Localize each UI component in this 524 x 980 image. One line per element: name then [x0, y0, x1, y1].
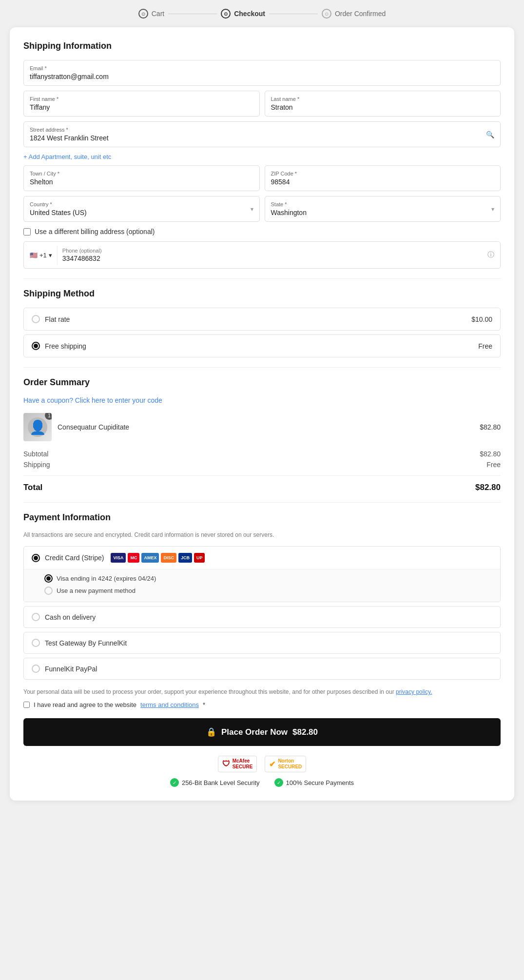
step-order-confirmed: ⊙ Order Confirmed [322, 9, 386, 19]
zip-field[interactable]: ZIP Code * 98584 [265, 165, 501, 191]
cash-radio[interactable] [32, 613, 40, 621]
payment-option-paypal[interactable]: FunnelKit PayPal [23, 658, 501, 680]
divider-3 [23, 502, 501, 503]
coupon-link[interactable]: Have a coupon? Click here to enter your … [23, 396, 501, 404]
first-name-label: First name * [30, 96, 253, 102]
order-item-0-left: 1 Consequatur Cupiditate [23, 413, 129, 441]
last-name-value: Straton [271, 103, 495, 111]
divider-2 [23, 367, 501, 368]
phone-field[interactable]: 🇺🇸 +1 ▾ Phone (optional) 3347486832 ⓘ [23, 241, 501, 269]
visa-4242-label: Visa ending in 4242 (expires 04/24) [57, 575, 156, 582]
flat-rate-price: $10.00 [471, 315, 492, 323]
discover-icon: DISC [161, 553, 176, 563]
shipping-option-flat-left: Flat rate [32, 315, 70, 323]
country-value: United States (US) [30, 209, 253, 216]
security-features: ✓ 256-Bit Bank Level Security ✓ 100% Sec… [170, 778, 354, 787]
billing-checkbox[interactable] [23, 228, 31, 235]
street-field[interactable]: Street address * 1824 West Franklin Stre… [23, 121, 501, 147]
free-shipping-label: Free shipping [45, 342, 86, 350]
terms-link[interactable]: terms and conditions [140, 701, 199, 708]
subtotal-value: $82.80 [480, 450, 501, 458]
privacy-link[interactable]: privacy policy. [396, 688, 432, 695]
new-payment-label: Use a new payment method [57, 587, 136, 594]
free-shipping-price: Free [478, 342, 492, 350]
step-cart-label: Cart [152, 10, 164, 18]
shipping-option-free[interactable]: Free shipping Free [23, 334, 501, 357]
phone-value: Phone (optional) 3347486832 [62, 242, 487, 268]
flat-rate-radio[interactable] [32, 315, 40, 323]
total-line: Total $82.80 [23, 475, 501, 492]
check-icon-1: ✓ [170, 778, 179, 787]
test-gateway-label: Test Gateway By FunnelKit [45, 639, 127, 647]
phone-code: +1 [39, 252, 47, 259]
place-order-label: Place Order Now [221, 727, 288, 737]
town-field[interactable]: Town / City * Shelton [23, 165, 260, 191]
phone-help-icon[interactable]: ⓘ [487, 251, 494, 259]
last-name-field[interactable]: Last name * Straton [265, 91, 501, 117]
divider-1 [23, 278, 501, 279]
item-name: Consequatur Cupiditate [58, 423, 129, 431]
town-value: Shelton [30, 178, 253, 186]
terms-suffix: * [203, 701, 205, 708]
email-field[interactable]: Email * tiffanystratton@gmail.com [23, 60, 501, 86]
credit-card-header: Credit Card (Stripe) VISA MC AMEX DISC J… [24, 547, 500, 569]
subtotal-line: Subtotal $82.80 [23, 450, 501, 458]
shipping-cost-label: Shipping [23, 461, 50, 469]
subtotal-label: Subtotal [23, 450, 48, 458]
test-gateway-header: Test Gateway By FunnelKit [24, 632, 500, 653]
terms-checkbox[interactable] [23, 702, 30, 708]
credit-card-radio[interactable] [32, 554, 40, 562]
sub-option-new-payment[interactable]: Use a new payment method [44, 587, 492, 595]
mcafee-icon: 🛡 [222, 760, 230, 768]
free-shipping-radio[interactable] [32, 342, 40, 350]
security-feature-1: ✓ 256-Bit Bank Level Security [170, 778, 260, 787]
order-summary-section: Order Summary Have a coupon? Click here … [23, 377, 501, 492]
mcafee-label: McAfeeSECURE [233, 758, 253, 770]
norton-badge: ✔ NortonSECURED [265, 756, 306, 772]
visa-icon: VISA [111, 553, 126, 563]
country-state-row: Country * United States (US) ▾ State * W… [23, 196, 501, 222]
shipping-cost-line: Shipping Free [23, 461, 501, 469]
step-order-confirmed-icon: ⊙ [322, 9, 331, 19]
sub-option-visa-4242[interactable]: Visa ending in 4242 (expires 04/24) [44, 574, 492, 583]
total-value: $82.80 [475, 483, 501, 492]
billing-checkbox-label: Use a different billing address (optiona… [35, 228, 155, 235]
item-thumbnail: 1 [23, 413, 52, 441]
state-value: Washington [271, 209, 495, 216]
step-cart[interactable]: ⊙ Cart [138, 9, 164, 19]
cash-label: Cash on delivery [45, 613, 96, 621]
security-badges: 🛡 McAfeeSECURE ✔ NortonSECURED ✓ 256-Bit… [23, 756, 501, 787]
state-field[interactable]: State * Washington ▾ [265, 196, 501, 222]
street-value: 1824 West Franklin Street [30, 134, 494, 142]
paypal-radio[interactable] [32, 665, 40, 673]
shipping-option-free-left: Free shipping [32, 342, 86, 350]
item-price: $82.80 [480, 423, 501, 431]
country-field[interactable]: Country * United States (US) ▾ [23, 196, 260, 222]
payment-option-test-gateway[interactable]: Test Gateway By FunnelKit [23, 632, 501, 654]
cash-header: Cash on delivery [24, 607, 500, 627]
mastercard-icon: MC [128, 553, 139, 563]
test-gateway-radio[interactable] [32, 639, 40, 647]
shipping-cost-value: Free [486, 461, 501, 469]
payment-option-cash[interactable]: Cash on delivery [23, 606, 501, 628]
first-name-field[interactable]: First name * Tiffany [23, 91, 260, 117]
phone-flag-selector[interactable]: 🇺🇸 +1 ▾ [30, 246, 58, 265]
privacy-text-content: Your personal data will be used to proce… [23, 688, 394, 695]
first-name-value: Tiffany [30, 103, 253, 111]
step-checkout-label: Checkout [234, 10, 265, 18]
norton-icon: ✔ [269, 760, 275, 769]
email-value: tiffanystratton@gmail.com [30, 73, 494, 80]
payment-option-credit-card[interactable]: Credit Card (Stripe) VISA MC AMEX DISC J… [23, 546, 501, 602]
place-order-button[interactable]: 🔒 Place Order Now $82.80 [23, 718, 501, 746]
add-apartment-link[interactable]: + Add Apartment, suite, unit etc [23, 153, 111, 160]
order-item-0: 1 Consequatur Cupiditate $82.80 [23, 413, 501, 441]
new-payment-radio[interactable] [44, 587, 53, 595]
step-cart-icon: ⊙ [138, 9, 148, 19]
step-checkout[interactable]: ⊙ Checkout [221, 9, 265, 19]
badge-logos: 🛡 McAfeeSECURE ✔ NortonSECURED [218, 756, 307, 772]
visa-4242-radio[interactable] [44, 574, 53, 583]
shipping-option-flat[interactable]: Flat rate $10.00 [23, 308, 501, 331]
progress-bar: ⊙ Cart ⊙ Checkout ⊙ Order Confirmed [0, 0, 524, 27]
zip-label: ZIP Code * [271, 171, 495, 176]
zip-value: 98584 [271, 178, 495, 186]
